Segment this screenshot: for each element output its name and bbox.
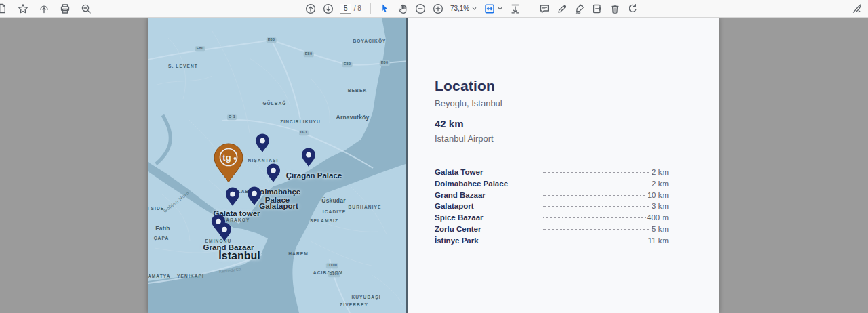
map-region-label: SELAMSIZ [310,218,338,223]
landmark-distance: 400 m [647,213,669,222]
road-shield: E80 [342,62,353,67]
location-subtitle: Beyoglu, Istanbul [435,98,502,108]
landmark-distance: 11 km [648,236,669,245]
map-region-label: YENIKAPI [177,274,204,278]
airport-label: Istanbul Airport [435,133,494,144]
page-down-icon[interactable] [323,3,334,14]
box-arrow-icon[interactable] [592,3,603,14]
road-shield: D100 [328,272,340,277]
chevron-down-icon [471,5,477,12]
map-region-label: BEBEK [348,88,368,93]
page-number-input[interactable]: 5 [340,4,351,14]
toolbar-divider [370,3,371,14]
landmark-row: Spice Bazaar400 m [435,213,669,225]
map-pin[interactable] [225,186,241,210]
landmark-row: Galata Tower2 km [435,168,669,180]
pencil-icon[interactable] [557,3,568,14]
map-region-label: GÜLBAĞ [262,101,286,106]
landmark-row: Galataport3 km [435,202,669,213]
map-region-label: KUYUBAŞI [351,295,380,299]
map-pin[interactable] [247,186,262,209]
map-region-label: SAMATYA [148,274,171,278]
map-region-label: ICADIYE [323,209,346,214]
print-icon[interactable] [60,3,71,14]
landmark-row: İstinye Park11 km [435,236,669,248]
bookmark-star-icon[interactable] [18,3,28,14]
zoom-in-icon[interactable] [433,3,443,14]
map-town-label: Arnavutköy [336,114,370,121]
landmark-name: Galataport [435,202,542,210]
landmark-name: Spice Bazaar [435,213,542,222]
toolbar-right-group [852,3,863,14]
road-shield: E80 [304,51,314,57]
map-region-label: BURHANIYE [348,205,381,209]
landmark-distance: 2 km [652,180,669,188]
landmark-name: Galata Tower [435,168,542,176]
chevron-down-icon [497,5,503,12]
map-pin[interactable] [301,147,317,171]
dotted-leader [543,206,650,207]
road-shield: E80 [195,46,205,51]
location-info-panel: Location Beyoglu, Istanbul 42 km Istanbu… [435,18,719,313]
dotted-leader [543,217,646,218]
airport-distance: 42 km [435,118,494,129]
map-pin[interactable] [266,163,281,186]
landmark-distance: 5 km [652,225,669,233]
page-title: Location [435,78,502,94]
sign-pen-icon[interactable] [852,3,863,14]
map-pin[interactable] [255,133,271,156]
page-total-label: / 8 [354,5,361,12]
landmark-distance-list: Galata Tower2 kmDolmabahce Palace2 kmGra… [435,168,669,248]
map-poi-label: Galataport [259,202,298,210]
hand-tool-icon[interactable] [397,3,408,14]
landmark-row: Grand Bazaar10 km [435,191,669,203]
landmark-row: Dolmabahce Palace2 km [435,180,669,191]
landmark-name: İstinye Park [435,236,542,245]
zoom-out-icon[interactable] [415,3,426,14]
toolbar-divider [530,3,530,14]
comment-icon[interactable] [539,3,550,14]
map-town-label: Üsküdar [321,197,345,204]
svg-text:tg: tg [222,152,231,163]
zoom-level-value: 73,1% [450,5,469,12]
pdf-viewport: S. LEVENTBOYACIKÖYBEBEKGÜLBAĞZINCIRLIKUY… [0,18,868,313]
upload-cloud-icon[interactable] [39,3,50,14]
landmark-name: Zorlu Center [435,225,542,233]
brand-location-pin[interactable]: tg [213,142,244,186]
fit-width-icon[interactable] [510,3,521,14]
map-city-label: İstanbul [218,250,260,262]
landmark-row: Zorlu Center5 km [435,225,669,236]
pdf-page: S. LEVENTBOYACIKÖYBEBEKGÜLBAĞZINCIRLIKUY… [148,18,719,313]
dotted-leader [543,241,647,241]
rotate-icon[interactable] [627,3,638,14]
toolbar-center-group: 5 / 8 73,1% [305,3,638,14]
page-up-icon[interactable] [305,3,316,14]
document-icon[interactable] [0,3,7,14]
search-icon[interactable] [81,3,92,14]
map-region-label: ZINCIRLIKUYU [280,119,321,124]
landmark-name: Dolmabahce Palace [435,180,542,188]
istanbul-map: S. LEVENTBOYACIKÖYBEBEKGÜLBAĞZINCIRLIKUY… [148,18,408,313]
dotted-leader [543,229,650,230]
zoom-level-dropdown[interactable]: 73,1% [450,5,477,12]
map-region-label: BOYACIKÖY [353,39,386,43]
page-fit-dropdown[interactable] [484,3,503,14]
pdf-viewer-toolbar: 5 / 8 73,1% [0,0,868,18]
road-shield: D100 [326,263,338,268]
signature-icon[interactable] [574,3,585,14]
landmark-distance: 10 km [648,191,669,199]
landmark-distance: 2 km [652,168,669,176]
select-tool-icon[interactable] [380,3,391,14]
trash-icon[interactable] [610,3,620,14]
map-region-label: ZIVERBEY [340,302,368,307]
map-pin[interactable] [217,222,233,245]
road-shield: E80 [380,60,390,66]
dotted-leader [543,172,650,173]
fit-page-icon [484,3,495,14]
landmark-name: Grand Bazaar [435,191,542,199]
road-shield: O-1 [227,114,237,120]
map-town-label: Fatih [155,225,170,232]
landmark-distance: 3 km [652,202,669,210]
dotted-leader [543,184,650,184]
toolbar-left-group [0,3,92,14]
